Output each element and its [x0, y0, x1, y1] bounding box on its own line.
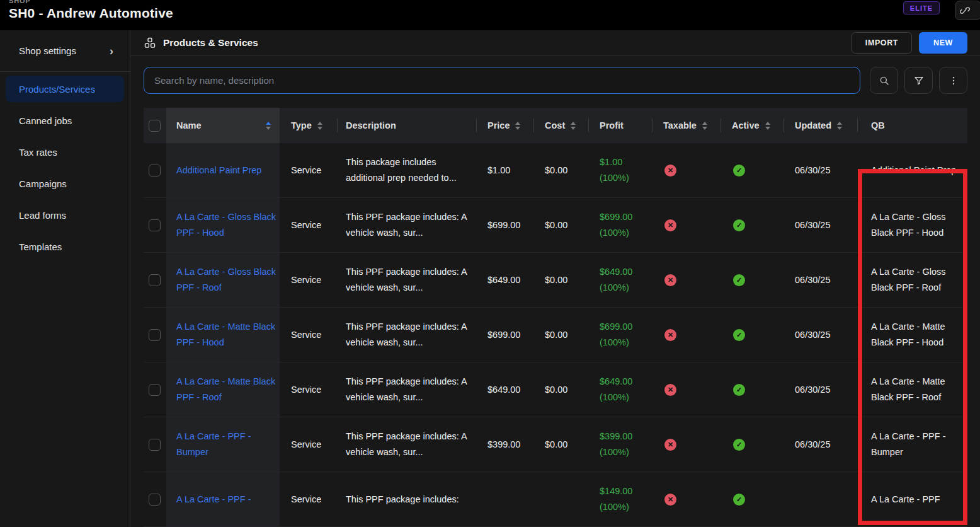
qb-cell: A La Carte - Gloss Black PPF - Hood — [857, 198, 967, 252]
profit-cell: $149.00 (100%) — [588, 472, 652, 526]
row-select-cell — [144, 362, 166, 417]
taxable-status-icon: ✕ — [664, 384, 676, 396]
sort-arrows-icon — [571, 122, 576, 130]
description-cell: This PPF package includes: A vehicle was… — [337, 198, 476, 252]
row-checkbox[interactable] — [149, 494, 161, 506]
active-cell: ✓ — [721, 198, 783, 252]
name-cell: A La Carte - Gloss Black PPF - Roof — [166, 253, 280, 307]
sidebar-item-products-services[interactable]: Products/Services — [6, 76, 124, 102]
price-cell: $1.00 — [476, 143, 533, 197]
new-button[interactable]: NEW — [919, 32, 967, 54]
cubes-icon — [144, 37, 156, 49]
more-options-button[interactable] — [939, 67, 967, 94]
column-header-price[interactable]: Price — [476, 108, 533, 143]
cost-cell: $0.00 — [533, 253, 588, 307]
type-cell: Service — [280, 308, 337, 362]
column-header-updated[interactable]: Updated — [783, 108, 857, 143]
chevron-right-icon: › — [110, 45, 113, 57]
row-select-cell — [144, 143, 166, 197]
product-name-link[interactable]: A La Carte - Matte Black PPF - Roof — [176, 374, 276, 405]
active-status-icon: ✓ — [733, 274, 745, 286]
cost-cell: $0.00 — [533, 143, 588, 197]
sort-arrows-icon — [266, 122, 271, 130]
qb-cell: A La Carte - PPF — [857, 472, 967, 526]
product-name-link[interactable]: A La Carte - Matte Black PPF - Hood — [176, 319, 276, 350]
share-link-button[interactable] — [955, 1, 980, 20]
cost-cell: $0.00 — [533, 417, 588, 472]
row-checkbox[interactable] — [149, 384, 161, 396]
product-name-link[interactable]: A La Carte - Gloss Black PPF - Roof — [176, 264, 276, 296]
row-checkbox[interactable] — [149, 274, 161, 286]
row-checkbox[interactable] — [149, 439, 161, 451]
sidebar-item-tax-rates[interactable]: Tax rates — [6, 139, 124, 165]
sidebar-item-lead-forms[interactable]: Lead forms — [6, 202, 124, 228]
row-checkbox[interactable] — [149, 329, 161, 341]
search-input[interactable] — [144, 67, 860, 94]
row-select-cell — [144, 253, 166, 307]
sort-arrows-icon — [837, 122, 842, 130]
active-cell: ✓ — [721, 417, 783, 472]
sort-arrows-icon — [317, 122, 322, 130]
page-title-wrap: Products & Services — [144, 37, 258, 49]
shop-identity: SHOP SH0 - Andrew Automotive — [9, 0, 173, 21]
table-row[interactable]: A La Carte - Matte Black PPF - Hood Serv… — [144, 308, 967, 362]
column-header-name[interactable]: Name — [166, 108, 280, 143]
select-all-checkbox[interactable] — [149, 120, 161, 132]
profit-percent: (100%) — [600, 499, 632, 515]
profit-cell: $399.00 (100%) — [588, 417, 652, 472]
profit-cell: $699.00 (100%) — [588, 198, 652, 252]
sidebar-item-canned-jobs[interactable]: Canned jobs — [6, 107, 124, 134]
table-row[interactable]: A La Carte - Matte Black PPF - Roof Serv… — [144, 362, 967, 417]
table-row[interactable]: A La Carte - PPF - Bumper Service This P… — [144, 417, 967, 472]
sidebar-item-campaigns[interactable]: Campaigns — [6, 170, 124, 197]
row-checkbox[interactable] — [149, 219, 161, 231]
column-label: Active — [732, 120, 760, 130]
table-row[interactable]: Additional Paint Prep Service This packa… — [144, 143, 967, 198]
taxable-cell: ✕ — [652, 198, 721, 252]
updated-cell: 06/30/25 — [783, 417, 857, 472]
cost-cell — [533, 472, 588, 526]
active-cell: ✓ — [721, 308, 783, 362]
column-header-taxable[interactable]: Taxable — [652, 108, 721, 143]
import-button[interactable]: IMPORT — [852, 32, 912, 54]
row-select-cell — [144, 198, 166, 252]
active-status-icon: ✓ — [733, 329, 745, 341]
profit-cell: $1.00 (100%) — [588, 143, 652, 197]
column-label: Profit — [600, 120, 624, 130]
product-name-link[interactable]: A La Carte - PPF - Bumper — [176, 429, 276, 460]
column-header-type[interactable]: Type — [280, 108, 337, 143]
filter-funnel-icon — [913, 75, 925, 86]
table-row[interactable]: A La Carte - Gloss Black PPF - Hood Serv… — [144, 198, 967, 253]
product-name-link[interactable]: A La Carte - PPF - — [176, 492, 251, 507]
cost-cell: $0.00 — [533, 362, 588, 417]
product-name-link[interactable]: A La Carte - Gloss Black PPF - Hood — [176, 209, 276, 241]
price-cell: $699.00 — [476, 308, 533, 362]
search-button[interactable] — [870, 67, 898, 94]
table-body: Additional Paint Prep Service This packa… — [144, 143, 967, 527]
type-cell: Service — [280, 472, 337, 526]
profit-value: $649.00 — [600, 264, 632, 280]
taxable-cell: ✕ — [652, 472, 721, 526]
sidebar-item-templates[interactable]: Templates — [6, 233, 124, 260]
column-header-active[interactable]: Active — [721, 108, 783, 143]
profit-value: $699.00 — [600, 209, 632, 225]
cost-cell: $0.00 — [533, 308, 588, 362]
table-row[interactable]: A La Carte - Gloss Black PPF - Roof Serv… — [144, 253, 967, 308]
column-label: Cost — [545, 120, 565, 130]
content-header: Products & Services IMPORT NEW — [130, 30, 980, 56]
updated-cell: 06/30/25 — [783, 143, 857, 197]
row-checkbox[interactable] — [149, 165, 161, 177]
profit-percent: (100%) — [600, 170, 629, 186]
row-select-cell — [144, 417, 166, 472]
type-cell: Service — [280, 253, 337, 307]
active-status-icon: ✓ — [733, 384, 745, 396]
product-name-link[interactable]: Additional Paint Prep — [176, 163, 261, 178]
name-cell: A La Carte - PPF - — [166, 472, 280, 526]
filter-button[interactable] — [904, 67, 933, 94]
column-label: Taxable — [663, 120, 697, 130]
table-row[interactable]: A La Carte - PPF - Service This PPF pack… — [144, 472, 967, 527]
kebab-menu-icon — [948, 75, 959, 86]
sidebar-header-shop-settings[interactable]: Shop settings › — [0, 30, 130, 72]
active-cell: ✓ — [721, 472, 783, 526]
column-header-cost[interactable]: Cost — [533, 108, 588, 143]
